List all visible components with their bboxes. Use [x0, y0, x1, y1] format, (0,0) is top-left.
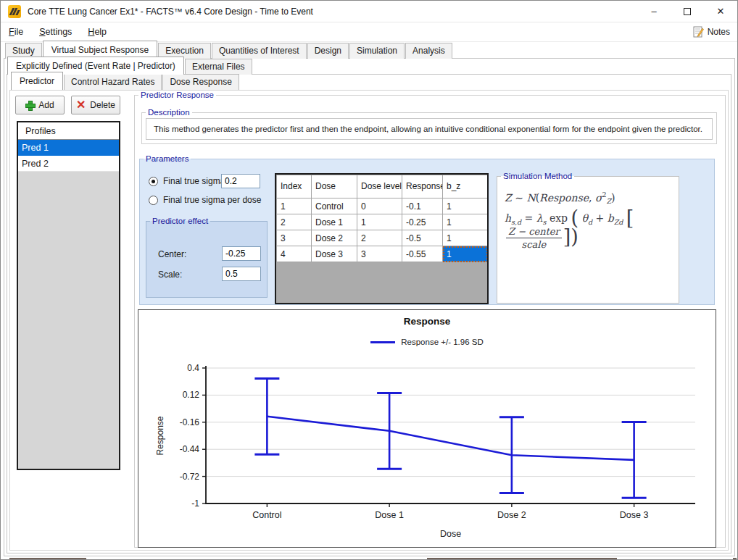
profile-item-pred-2[interactable]: Pred 2 [18, 156, 119, 172]
table-cell[interactable]: -0.25 [402, 214, 443, 230]
description-group: Description This method generates the pr… [141, 108, 717, 144]
table-cell[interactable]: Dose 2 [312, 230, 357, 246]
parameters-group: Parameters Final true sigma: Final true … [139, 154, 715, 305]
center-label: Center: [158, 249, 186, 259]
scale-input[interactable] [222, 267, 261, 281]
simulation-method-group: Simulation Method Z ∼ N(Response, σ2Z) h… [497, 172, 679, 304]
menu-bar: FileSettingsHelp Notes [1, 22, 737, 42]
table-cell[interactable]: Dose 3 [312, 246, 357, 262]
table-row: 4Dose 33-0.551 [277, 246, 488, 262]
final-true-sigma-per-dose-radio[interactable] [149, 196, 158, 205]
table-cell[interactable]: -0.1 [402, 198, 443, 214]
predictor-effect-label: Predictor effect [150, 217, 210, 225]
predictor-effect-group: Predictor effect Center: Scale: [146, 217, 268, 298]
add-button[interactable]: Add [15, 96, 65, 114]
svg-text:-1: -1 [191, 498, 199, 509]
table-cell[interactable]: 0 [357, 198, 402, 214]
subsubtab-predictor[interactable]: Predictor [11, 72, 63, 90]
subsubtab-dose-response[interactable]: Dose Response [162, 74, 239, 90]
tab-simulation[interactable]: Simulation [349, 43, 405, 59]
tab-quantities-of-interest[interactable]: Quantities of Interest [212, 43, 307, 59]
svg-text:Control: Control [252, 510, 281, 520]
predictor-response-group: Predictor Response Description This meth… [134, 91, 726, 548]
table-cell[interactable]: -0.5 [402, 230, 443, 246]
col-header-b-z: b_z [443, 175, 488, 198]
maximize-icon [684, 8, 691, 15]
app-window: Core TTE Lung Cancer Ex1* - FACTS™ v6.4 … [0, 0, 738, 560]
subtab-external-files[interactable]: External Files [185, 59, 252, 75]
profiles-list-header: Profiles [18, 122, 119, 140]
col-header-response: Response [402, 175, 443, 198]
svg-text:-0.72: -0.72 [180, 472, 200, 482]
tab-design[interactable]: Design [307, 43, 349, 59]
title-bar: Core TTE Lung Cancer Ex1* - FACTS™ v6.4 … [1, 1, 737, 22]
notes-icon [692, 26, 704, 38]
menu-items: FileSettingsHelp [1, 22, 115, 41]
formula-hazard: hs,d = λs exp ( θd + bZd [Z − centerscal… [505, 212, 679, 250]
response-chart-svg: 0.40.12-0.16-0.44-0.72-1ControlDose 1Dos… [138, 310, 716, 547]
predictor-subtabs: PredictorControl Hazard RatesDose Respon… [11, 75, 240, 90]
table-cell[interactable]: Control [312, 198, 357, 214]
table-cell[interactable]: 1 [277, 198, 312, 214]
svg-text:Response: Response [155, 416, 165, 455]
formula-z-distribution: Z ∼ N(Response, σ2Z) [505, 191, 615, 205]
final-true-sigma-per-dose-label: Final true sigma per dose [163, 195, 261, 205]
table-cell[interactable]: 1 [443, 230, 488, 246]
add-label: Add [38, 100, 54, 110]
svg-text:0.4: 0.4 [187, 363, 199, 373]
maximize-button[interactable] [671, 1, 704, 22]
response-chart: Response Response +/- 1.96 SD 0.40.12-0.… [138, 309, 716, 548]
table-cell[interactable]: 1 [357, 214, 402, 230]
col-header-dose: Dose [312, 175, 357, 198]
parameters-label: Parameters [144, 154, 191, 163]
svg-text:Dose: Dose [440, 529, 461, 539]
menu-file[interactable]: File [1, 22, 31, 41]
add-icon [25, 101, 34, 109]
description-text: This method generates the predictor firs… [154, 125, 702, 133]
table-cell[interactable]: 3 [357, 246, 402, 262]
minimize-button[interactable]: – [637, 1, 671, 22]
col-header-dose-level: Dose level [357, 175, 402, 198]
table-cell[interactable]: 3 [277, 230, 312, 246]
delete-label: Delete [90, 100, 115, 110]
simulation-method-label: Simulation Method [501, 172, 574, 180]
table-row: 3Dose 22-0.51 [277, 230, 488, 246]
final-true-sigma-radio[interactable] [149, 177, 158, 186]
description-label: Description [146, 108, 192, 117]
svg-text:Dose 1: Dose 1 [375, 510, 404, 520]
window-title: Core TTE Lung Cancer Ex1* - FACTS™ v6.4 … [28, 7, 313, 17]
menu-help[interactable]: Help [80, 22, 115, 41]
table-row: 2Dose 11-0.251 [277, 214, 488, 230]
notes-button[interactable]: Notes [692, 26, 730, 38]
description-text-box: This method generates the predictor firs… [146, 118, 713, 140]
center-input[interactable] [222, 246, 261, 261]
svg-text:Dose 2: Dose 2 [497, 510, 526, 520]
svg-text:Dose 3: Dose 3 [620, 510, 649, 520]
table-cell[interactable]: Dose 1 [312, 214, 357, 230]
final-true-sigma-label: Final true sigma: [163, 176, 228, 186]
subsubtab-control-hazard-rates[interactable]: Control Hazard Rates [64, 74, 162, 90]
table-cell[interactable]: 2 [277, 214, 312, 230]
table-cell[interactable]: 1 [443, 198, 488, 214]
table-cell[interactable]: 4 [277, 246, 312, 262]
menu-settings[interactable]: Settings [31, 22, 80, 41]
notes-label: Notes [708, 27, 730, 37]
predictor-response-label: Predictor Response [138, 91, 216, 99]
delete-button[interactable]: ✕ Delete [71, 96, 120, 114]
svg-text:-0.16: -0.16 [180, 417, 200, 427]
app-icon [8, 5, 21, 18]
profile-item-pred-1[interactable]: Pred 1 [18, 140, 119, 156]
close-button[interactable]: ✕ [704, 1, 737, 22]
table-cell[interactable]: 1 [443, 246, 488, 262]
col-header-index: Index [277, 175, 312, 198]
profiles-list: Profiles Pred 1Pred 2 [17, 121, 120, 470]
table-cell[interactable]: 1 [443, 214, 488, 230]
tab-analysis[interactable]: Analysis [405, 43, 452, 59]
svg-text:-0.44: -0.44 [180, 444, 200, 454]
svg-text:0.12: 0.12 [183, 390, 200, 400]
delete-icon: ✕ [76, 101, 86, 109]
final-true-sigma-input[interactable] [221, 174, 260, 188]
table-cell[interactable]: 2 [357, 230, 402, 246]
close-icon: ✕ [717, 6, 725, 17]
table-cell[interactable]: -0.55 [402, 246, 443, 262]
